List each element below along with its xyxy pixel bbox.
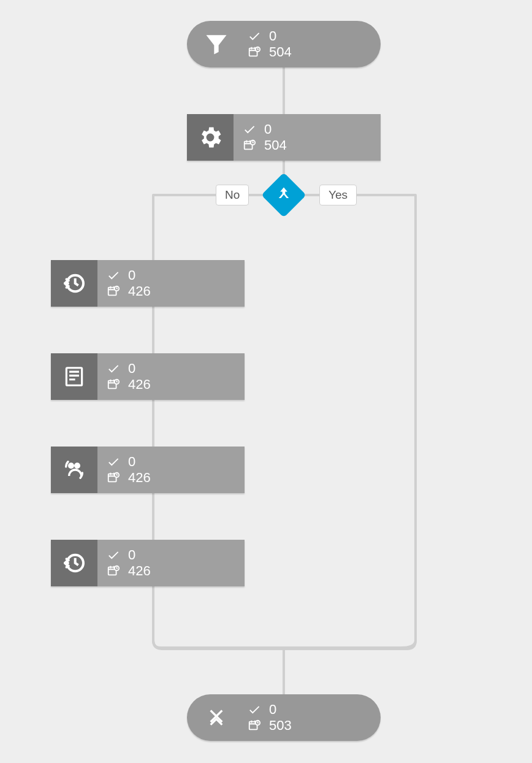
workflow-canvas: 0 504 0 [0, 0, 532, 763]
calendar-history-icon [106, 564, 121, 578]
no2-history: 426 [128, 378, 151, 391]
check-icon [106, 269, 121, 282]
gear-stats: 0 504 [241, 123, 287, 152]
start-stats: 0 504 [246, 29, 292, 59]
check-icon [247, 29, 262, 43]
no1-checked: 0 [128, 269, 135, 282]
history-icon [51, 260, 97, 307]
gear-history-value: 504 [264, 139, 287, 152]
no-step-3[interactable]: 0 426 [51, 447, 245, 493]
gear-step-node[interactable]: 0 504 [187, 114, 381, 161]
branch-label-no[interactable]: No [216, 185, 249, 205]
no-step-2[interactable]: 0 426 [51, 353, 245, 400]
no2-checked: 0 [128, 362, 135, 375]
end-history-value: 503 [269, 719, 292, 732]
check-icon [247, 703, 262, 716]
end-checked-value: 0 [269, 703, 276, 716]
no4-history: 426 [128, 564, 151, 578]
no3-history: 426 [128, 471, 151, 485]
end-stats: 0 503 [246, 703, 292, 732]
check-icon [106, 362, 121, 375]
no3-checked: 0 [128, 455, 135, 469]
check-icon [106, 548, 121, 562]
history-icon [51, 540, 97, 586]
calendar-history-icon [247, 719, 262, 732]
start-history-value: 504 [269, 45, 292, 59]
calendar-history-icon [242, 139, 257, 152]
branch-label-yes[interactable]: Yes [319, 185, 357, 205]
calendar-history-icon [106, 378, 121, 391]
split-icon [275, 185, 292, 205]
no1-history: 426 [128, 285, 151, 298]
people-icon [51, 447, 97, 493]
start-checked-value: 0 [269, 29, 276, 43]
no-step-1[interactable]: 0 426 [51, 260, 245, 307]
start-node[interactable]: 0 504 [187, 21, 381, 67]
end-node[interactable]: 0 503 [187, 694, 381, 741]
gear-icon [187, 114, 234, 161]
check-icon [106, 455, 121, 469]
calendar-history-icon [106, 285, 121, 298]
no-step-4[interactable]: 0 426 [51, 540, 245, 586]
calendar-history-icon [106, 471, 121, 485]
calendar-history-icon [247, 45, 262, 59]
form-icon [51, 353, 97, 400]
no4-checked: 0 [128, 548, 135, 562]
close-icon [187, 705, 246, 730]
funnel-icon [187, 31, 246, 58]
gear-checked-value: 0 [264, 123, 272, 136]
decision-node[interactable] [268, 179, 300, 211]
check-icon [242, 123, 257, 136]
